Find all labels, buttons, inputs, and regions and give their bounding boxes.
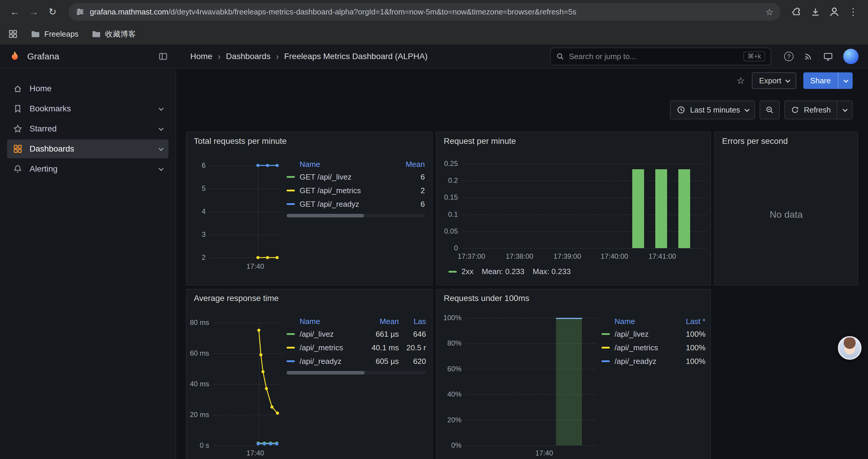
legend-col-name[interactable]: Name [300,160,394,169]
sidebar-item-home[interactable]: Home [7,79,168,98]
legend-row[interactable]: /api/_metrics 40.1 ms 20.5 r [286,341,426,355]
legend-col-last[interactable]: Las [404,317,426,326]
y-tick-label: 0.15 [444,193,458,201]
legend-scrollbar[interactable] [286,214,425,218]
refresh-interval-button[interactable] [837,100,852,119]
star-icon [13,124,23,133]
legend-row[interactable]: /api/_livez 661 µs 646 [286,327,426,341]
legend-row[interactable]: GET /api/_readyz 6 [286,197,425,211]
help-icon[interactable]: ? [784,52,794,61]
legend-row[interactable]: /api/_readyz 605 µs 620 [286,355,426,368]
plot-area [214,323,283,446]
sidebar-item-bookmarks[interactable]: Bookmarks [7,99,168,118]
legend-series[interactable]: 2xx [448,267,473,276]
floating-assistant-avatar[interactable] [838,336,862,360]
y-tick-label: 5 [202,184,206,193]
profile-avatar[interactable] [826,3,843,21]
back-icon[interactable]: ← [6,3,24,21]
share-button[interactable]: Share [803,72,852,89]
series-name[interactable]: /api/_livez [615,330,675,339]
export-label: Export [759,76,781,85]
gridline [214,446,283,446]
sidebar-item-dashboards[interactable]: Dashboards [7,139,168,158]
export-button[interactable]: Export [752,72,796,89]
dashboard-actions: ☆ Export Share [176,68,868,93]
chevron-down-icon[interactable] [159,166,164,171]
chevron-down-icon[interactable] [159,126,164,131]
legend-row[interactable]: /api/_readyz 100% [601,355,706,368]
url-text[interactable]: grafana.mathmast.com/d/deytv4rwavabkb/fr… [90,7,760,17]
y-tick-label: 3 [202,230,206,239]
sidebar-item-alerting[interactable]: Alerting [7,160,168,178]
legend-scrollbar[interactable] [286,371,426,374]
series-name[interactable]: /api/_metrics [300,343,368,352]
gridline [463,197,706,198]
zoom-out-button[interactable] [760,100,780,119]
series-name[interactable]: /api/_metrics [615,343,675,352]
legend-row[interactable]: /api/_metrics 100% [601,341,706,355]
refresh-button[interactable]: Refresh [784,100,837,119]
series-swatch [286,347,295,349]
bookmark-star-icon[interactable]: ☆ [766,7,773,17]
series-name[interactable]: /api/_livez [300,330,368,339]
time-range-picker[interactable]: Last 5 minutes [670,100,755,119]
legend: 2xx Mean: 0.233 Max: 0.233 [448,267,571,276]
series-name[interactable]: /api/_readyz [615,357,675,366]
rss-icon[interactable] [804,52,813,61]
extensions-icon[interactable] [788,3,805,21]
panel-title[interactable]: Errors per second [722,136,788,146]
sidebar-item-starred[interactable]: Starred [7,119,168,138]
panel-average-response-time[interactable]: Average response time 80 ms60 ms40 ms20 … [186,289,433,459]
search-placeholder: Search or jump to... [569,52,739,61]
site-info-icon[interactable] [75,7,85,16]
panel-request-per-minute[interactable]: Request per minute 0.250.20.150.10.050 1… [436,132,711,285]
panel-requests-under-100ms[interactable]: Requests under 100ms 100%80%60%40%20%0% … [436,289,711,459]
bookmark-folder-blogs[interactable]: 收藏博客 [92,29,136,39]
gridline [463,248,706,249]
legend-row[interactable]: GET /api/_livez 6 [286,170,425,184]
legend-row[interactable]: /api/_livez 100% [601,327,706,341]
panel-total-requests[interactable]: Total requests per minute 65432 17:40 Na… [186,132,433,285]
favorite-star-icon[interactable]: ☆ [737,75,745,86]
chevron-down-icon[interactable] [159,146,164,151]
breadcrumb-dashboards[interactable]: Dashboards [226,52,271,61]
downloads-icon[interactable] [807,3,824,21]
legend-col-name[interactable]: Name [300,317,368,326]
series-mean: 6 [394,172,425,182]
sidebar-item-label: Home [30,84,52,93]
scrollbar-thumb[interactable] [286,371,365,374]
apps-grid-icon[interactable] [8,29,18,39]
share-menu-button[interactable] [838,72,852,89]
bookmark-folder-freeleaps[interactable]: Freeleaps [31,29,79,39]
series-name[interactable]: /api/_readyz [300,357,368,366]
series-name[interactable]: GET /api/_metrics [300,186,394,195]
x-tick-label: 17:40:00 [601,252,628,261]
breadcrumb-home[interactable]: Home [190,52,212,61]
x-tick-label: 17:37:00 [458,252,485,261]
reload-icon[interactable]: ↻ [44,3,61,21]
search-input[interactable]: Search or jump to... ⌘+k [550,47,771,65]
browser-menu-icon[interactable]: ⋮ [844,3,862,21]
sidebar-toggle-icon[interactable] [158,52,168,61]
tv-mode-icon[interactable] [823,52,833,61]
url-bar[interactable]: grafana.mathmast.com/d/deytv4rwavabkb/fr… [68,3,780,21]
panel-errors-per-second[interactable]: Errors per second No data [714,132,858,285]
user-avatar[interactable] [843,49,859,64]
url-domain: grafana.mathmast.com [90,7,168,16]
gridline [463,181,706,181]
legend-col-last[interactable]: Last * [675,317,706,326]
grafana-logo[interactable] [8,50,21,63]
chevron-down-icon[interactable] [159,106,164,111]
legend-col-mean[interactable]: Mean [368,317,399,326]
legend-header: Name Mean Las [286,316,426,327]
sidebar-item-label: Alerting [30,164,58,174]
legend-row[interactable]: GET /api/_metrics 2 [286,184,425,197]
series-name[interactable]: GET /api/_readyz [300,200,394,209]
series-name[interactable]: GET /api/_livez [300,172,394,182]
series-name[interactable]: 2xx [462,267,473,276]
forward-icon[interactable]: → [25,3,42,21]
legend-col-name[interactable]: Name [615,317,675,326]
legend-col-mean[interactable]: Mean [394,160,425,169]
sidebar-item-label: Dashboards [30,144,74,154]
scrollbar-thumb[interactable] [286,214,364,218]
